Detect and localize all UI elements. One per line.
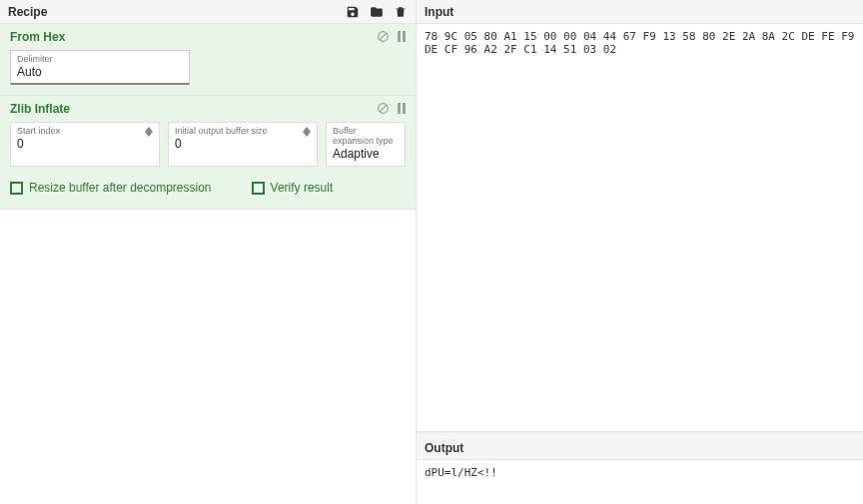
field-label: Start index (17, 126, 153, 136)
operation-zlib-inflate: Zlib Inflate Start index 0 Initial outpu… (0, 96, 416, 210)
save-icon[interactable] (346, 5, 360, 19)
recipe-header-icons (346, 5, 408, 19)
field-label: Delimiter (17, 54, 183, 64)
pause-icon[interactable] (398, 31, 406, 42)
operation-title: From Hex (10, 30, 406, 44)
checkbox-icon (252, 182, 265, 195)
initial-buffer-field[interactable]: Initial output buffer size 0 (168, 122, 318, 167)
verify-result-checkbox[interactable]: Verify result (252, 181, 334, 195)
checkbox-icon (10, 182, 23, 195)
operation-from-hex: From Hex Delimiter Auto (0, 24, 416, 96)
field-value: Adaptive (333, 147, 399, 161)
number-stepper[interactable] (303, 127, 313, 137)
operation-controls (377, 30, 406, 43)
resize-buffer-checkbox[interactable]: Resize buffer after decompression (10, 181, 212, 195)
recipe-panel: Recipe From Hex Delimiter Auto (0, 0, 417, 504)
field-label: Buffer expansion type (333, 126, 399, 146)
recipe-title: Recipe (8, 5, 346, 19)
field-value: 0 (17, 137, 153, 151)
operation-controls (377, 102, 406, 115)
output-header: Output (417, 436, 863, 460)
field-value: Auto (17, 65, 183, 79)
input-header: Input (417, 0, 863, 24)
pause-icon[interactable] (398, 103, 406, 114)
io-panel: Input 78 9C 05 80 A1 15 00 00 04 44 67 F… (417, 0, 863, 504)
output-textarea[interactable]: dPU=l/HZ<!! (417, 460, 863, 504)
zlib-checkboxes: Resize buffer after decompression Verify… (10, 181, 406, 199)
input-title: Input (425, 5, 453, 19)
svg-line-1 (380, 33, 387, 40)
input-textarea[interactable]: 78 9C 05 80 A1 15 00 00 04 44 67 F9 13 5… (417, 24, 863, 432)
start-index-field[interactable]: Start index 0 (10, 122, 160, 167)
number-stepper[interactable] (145, 127, 155, 137)
buffer-expansion-field[interactable]: Buffer expansion type Adaptive (326, 122, 406, 167)
disable-icon[interactable] (377, 102, 390, 115)
checkbox-label: Verify result (271, 181, 334, 195)
operation-title: Zlib Inflate (10, 102, 406, 116)
field-value: 0 (175, 137, 311, 151)
recipe-header: Recipe (0, 0, 416, 24)
checkbox-label: Resize buffer after decompression (29, 181, 212, 195)
folder-icon[interactable] (370, 5, 384, 19)
trash-icon[interactable] (394, 5, 408, 19)
output-title: Output (425, 441, 463, 455)
field-label: Initial output buffer size (175, 126, 311, 136)
disable-icon[interactable] (377, 30, 390, 43)
delimiter-field[interactable]: Delimiter Auto (10, 50, 190, 85)
svg-line-3 (380, 105, 387, 112)
